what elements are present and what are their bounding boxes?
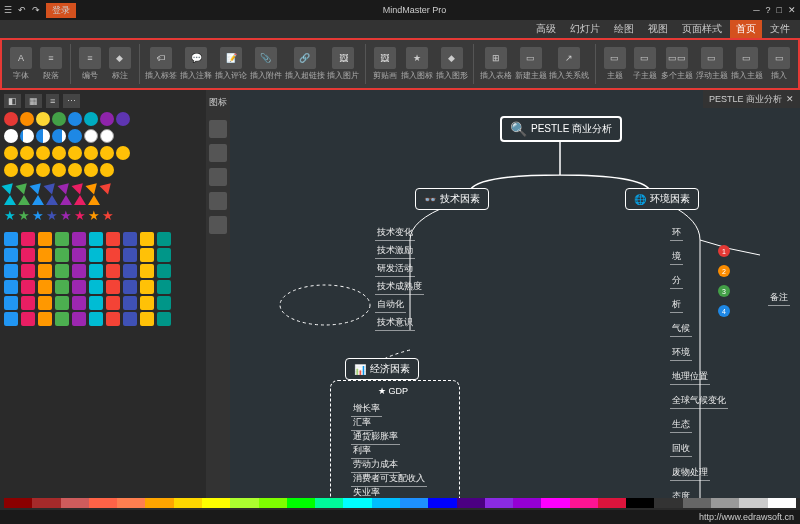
ribbon-编号[interactable]: ≡编号 xyxy=(77,47,103,81)
tab-img[interactable]: ≡ xyxy=(46,94,59,108)
emoji-row1 xyxy=(4,146,202,160)
menu-绘图[interactable]: 绘图 xyxy=(608,20,640,38)
ribbon-插入附件[interactable]: 📎插入附件 xyxy=(250,47,281,81)
tab-more[interactable]: ⋯ xyxy=(63,94,80,108)
tab-clip[interactable]: ▦ xyxy=(25,94,42,108)
login-btn[interactable]: 登录 xyxy=(46,3,76,18)
document-tab[interactable]: PESTLE 商业分析✕ xyxy=(703,90,800,108)
ribbon-主题[interactable]: ▭主题 xyxy=(602,47,628,81)
side-panel: ◧ ▦ ≡ ⋯ xyxy=(0,90,230,498)
leaf-r-7[interactable]: 全球气候变化 xyxy=(670,393,728,409)
ribbon-插入图形[interactable]: ◆插入图形 xyxy=(437,47,468,81)
badge-2: 2 xyxy=(718,265,730,277)
menu-文件[interactable]: 文件 xyxy=(764,20,796,38)
leaf-r-4[interactable]: 气候 xyxy=(670,321,692,337)
priority-3[interactable] xyxy=(36,112,50,126)
prog-100[interactable] xyxy=(68,129,82,143)
progress-row xyxy=(4,129,202,143)
node-econ[interactable]: 📊经济因素 xyxy=(345,358,419,380)
priority-5[interactable] xyxy=(68,112,82,126)
strip-icon-link[interactable] xyxy=(209,192,227,210)
leaf-l-4[interactable]: 自动化 xyxy=(375,297,406,313)
leaf-r-8[interactable]: 生态 xyxy=(670,417,692,433)
leaf-r-9[interactable]: 回收 xyxy=(670,441,692,457)
leaf-r-10[interactable]: 废物处理 xyxy=(670,465,710,481)
min-icon[interactable]: ─ xyxy=(753,5,759,15)
emoji-row2 xyxy=(4,163,202,177)
priority-4[interactable] xyxy=(52,112,66,126)
tab-marks[interactable]: ◧ xyxy=(4,94,21,108)
prog-25[interactable] xyxy=(20,129,34,143)
leaf-r-11[interactable]: 态度 xyxy=(670,489,692,498)
close-tab-icon[interactable]: ✕ xyxy=(786,94,794,104)
leaf-l-5[interactable]: 技术意识 xyxy=(375,315,415,331)
ribbon-插入超链接[interactable]: 🔗插入超链接 xyxy=(285,47,324,81)
ribbon-插入表格[interactable]: ⊞插入表格 xyxy=(480,47,511,81)
leaf-r-3[interactable]: 析 xyxy=(670,297,683,313)
leaf-l-0[interactable]: 技术变化 xyxy=(375,225,415,241)
note-leaf[interactable]: 备注 xyxy=(768,290,790,306)
leaf-r-2[interactable]: 分 xyxy=(670,273,683,289)
leaf-r-1[interactable]: 境 xyxy=(670,249,683,265)
strip-icon-task[interactable] xyxy=(209,168,227,186)
ribbon-标注[interactable]: ◆标注 xyxy=(107,47,133,81)
root-node[interactable]: 🔍PESTLE 商业分析 xyxy=(500,116,622,142)
ribbon-插入图片[interactable]: 🖼插入图片 xyxy=(328,47,359,81)
node-tech[interactable]: 👓技术因素 xyxy=(415,188,489,210)
leaf-r-6[interactable]: 地理位置 xyxy=(670,369,710,385)
prog-a[interactable] xyxy=(84,129,98,143)
leaf-l-3[interactable]: 技术成熟度 xyxy=(375,279,424,295)
strip-icon-clip[interactable] xyxy=(209,120,227,138)
leaf-r-0[interactable]: 环 xyxy=(670,225,683,241)
ribbon-字体[interactable]: A字体 xyxy=(8,47,34,81)
ribbon-toolbar: A字体≡段落≡编号◆标注🏷插入标签💬插入注释📝插入评论📎插入附件🔗插入超链接🖼插… xyxy=(0,38,800,90)
ribbon-插入评论[interactable]: 📝插入评论 xyxy=(216,47,247,81)
menu-高级[interactable]: 高级 xyxy=(530,20,562,38)
ribbon-插入标签[interactable]: 🏷插入标签 xyxy=(146,47,177,81)
priority-6[interactable] xyxy=(84,112,98,126)
priority-8[interactable] xyxy=(116,112,130,126)
symbol-grid xyxy=(4,232,202,326)
ribbon-剪贴画[interactable]: 🖼剪贴画 xyxy=(372,47,398,81)
priority-7[interactable] xyxy=(100,112,114,126)
canvas[interactable]: PESTLE 商业分析✕ 🔍PESTLE 商业分析 👓技术因素 🌐环境因素 📊经… xyxy=(230,90,800,498)
ribbon-新建主题[interactable]: ▭新建主题 xyxy=(515,47,546,81)
priority-2[interactable] xyxy=(20,112,34,126)
panel-tabs[interactable]: ◧ ▦ ≡ ⋯ xyxy=(4,94,202,108)
node-env[interactable]: 🌐环境因素 xyxy=(625,188,699,210)
menu-幻灯片[interactable]: 幻灯片 xyxy=(564,20,606,38)
ribbon-插入关系线[interactable]: ↗插入关系线 xyxy=(550,47,589,81)
menu-视图[interactable]: 视图 xyxy=(642,20,674,38)
emoji-1[interactable] xyxy=(4,146,18,160)
color-strip[interactable] xyxy=(0,498,800,510)
prog-50[interactable] xyxy=(36,129,50,143)
prog-0[interactable] xyxy=(4,129,18,143)
menu-icon[interactable]: ☰ xyxy=(4,5,12,15)
leaf-box-6[interactable]: 失业率 xyxy=(351,485,382,498)
strip-icon-cal[interactable] xyxy=(209,216,227,234)
redo-icon[interactable]: ↷ xyxy=(32,5,40,15)
ribbon-插入[interactable]: ▭插入 xyxy=(766,47,792,81)
window-icon[interactable]: □ xyxy=(777,5,782,15)
arrow-row xyxy=(4,180,202,192)
leaf-l-1[interactable]: 技术激励 xyxy=(375,243,415,259)
undo-icon[interactable]: ↶ xyxy=(18,5,26,15)
priority-1[interactable] xyxy=(4,112,18,126)
menu-页面样式[interactable]: 页面样式 xyxy=(676,20,728,38)
strip-icon-img[interactable] xyxy=(209,144,227,162)
prog-b[interactable] xyxy=(100,129,114,143)
prog-75[interactable] xyxy=(52,129,66,143)
right-icon-strip: 图标 xyxy=(206,90,230,498)
menu-首页[interactable]: 首页 xyxy=(730,20,762,38)
ribbon-插入主题[interactable]: ▭插入主题 xyxy=(731,47,762,81)
ribbon-多个主题[interactable]: ▭▭多个主题 xyxy=(662,47,693,81)
ribbon-插入图标[interactable]: ★插入图标 xyxy=(402,47,433,81)
ribbon-段落[interactable]: ≡段落 xyxy=(38,47,64,81)
leaf-r-5[interactable]: 环境 xyxy=(670,345,692,361)
ribbon-浮动主题[interactable]: ▭浮动主题 xyxy=(696,47,727,81)
ribbon-插入注释[interactable]: 💬插入注释 xyxy=(181,47,212,81)
ribbon-子主题[interactable]: ▭子主题 xyxy=(632,47,658,81)
close-icon[interactable]: ✕ xyxy=(788,5,796,15)
leaf-l-2[interactable]: 研发活动 xyxy=(375,261,415,277)
help-icon[interactable]: ? xyxy=(766,5,771,15)
